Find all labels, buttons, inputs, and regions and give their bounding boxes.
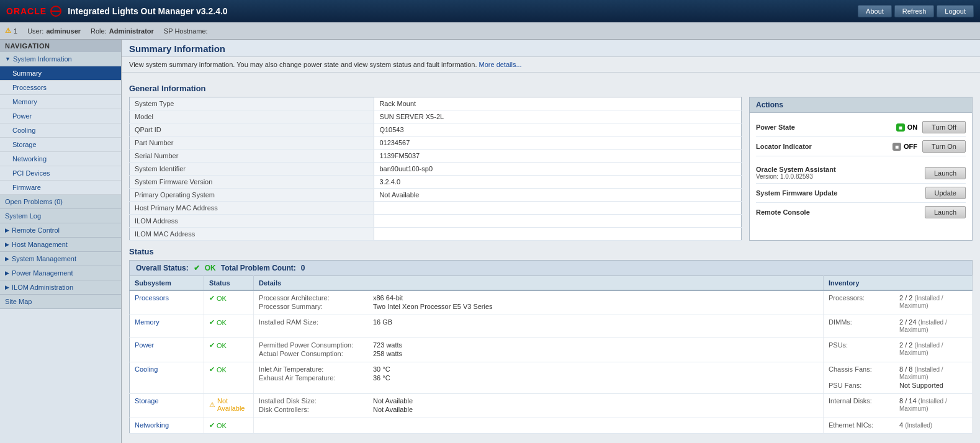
sidebar-item-system-information[interactable]: ▼ System Information	[0, 52, 121, 66]
sidebar-item-open-problems[interactable]: Open Problems (0)	[0, 195, 121, 209]
details-cell: Installed RAM Size:16 GB	[254, 315, 824, 338]
role-info: Role: Administrator	[91, 27, 154, 35]
inventory-secondary: (Installed / Maximum)	[899, 366, 943, 380]
launch-remote-console-button[interactable]: Launch	[925, 206, 966, 218]
subsystem-link[interactable]: Storage	[135, 397, 159, 405]
sidebar-item-system-log[interactable]: System Log	[0, 209, 121, 223]
sidebar-host-management-label: Host Management	[12, 241, 68, 248]
inventory-row: PSUs:2 / 2 (Installed / Maximum)	[829, 341, 967, 356]
sidebar-item-memory[interactable]: Memory	[0, 95, 121, 109]
table-row: Primary Operating SystemNot Available	[130, 189, 742, 202]
subsystem-link[interactable]: Processors	[135, 294, 169, 302]
inventory-value: 4 (Installed)	[899, 421, 932, 429]
sidebar-item-ilom-administration[interactable]: ▶ ILOM Administration	[0, 280, 121, 295]
status-cell: ✔OK	[204, 290, 254, 315]
refresh-button[interactable]: Refresh	[894, 5, 935, 17]
header-buttons: About Refresh Logout	[858, 5, 974, 17]
sidebar-item-storage[interactable]: Storage	[0, 138, 121, 152]
sidebar-item-power[interactable]: Power	[0, 109, 121, 123]
power-state-label: Power State	[756, 123, 891, 131]
firmware-update-label: System Firmware Update	[756, 189, 837, 197]
app-header: ORACLE Integrated Lights Out Manager v3.…	[0, 0, 980, 22]
status-text: OK	[217, 422, 227, 429]
subsystem-link[interactable]: Power	[135, 341, 154, 349]
user-label: User:	[27, 27, 43, 35]
expand-icon: ▼	[5, 56, 11, 62]
detail-value: 723 watts	[373, 341, 402, 349]
detail-label: Processor Architecture:	[259, 294, 371, 302]
oracle-logo: ORACLE	[6, 6, 61, 17]
launch-oracle-assistant-button[interactable]: Launch	[925, 167, 966, 179]
inventory-row: DIMMs:2 / 24 (Installed / Maximum)	[829, 318, 967, 333]
main-layout: NAVIGATION ▼ System Information Summary …	[0, 40, 980, 443]
detail-row: Exhaust Air Temperature:36 °C	[259, 374, 818, 382]
field-value: SUN SERVER X5-2L	[374, 110, 742, 123]
detail-label: Exhaust Air Temperature:	[259, 374, 371, 382]
status-cell: ✔OK	[204, 338, 254, 362]
sidebar-system-log-label: System Log	[5, 212, 41, 220]
detail-value: 258 watts	[373, 350, 402, 357]
subsystem-link[interactable]: Memory	[135, 318, 160, 326]
table-row: System TypeRack Mount	[130, 97, 742, 110]
inventory-row: Ethernet NICs:4 (Installed)	[829, 421, 967, 429]
sidebar-item-power-management[interactable]: ▶ Power Management	[0, 266, 121, 280]
sidebar-item-host-management[interactable]: ▶ Host Management	[0, 238, 121, 252]
firmware-update-row: System Firmware Update Update	[756, 184, 966, 203]
detail-row: Disk Controllers:Not Available	[259, 406, 818, 413]
detail-label: Installed Disk Size:	[259, 397, 371, 405]
inventory-cell: DIMMs:2 / 24 (Installed / Maximum)	[824, 315, 973, 338]
sidebar-item-system-management[interactable]: ▶ System Management	[0, 252, 121, 266]
table-row: QPart IDQ10543	[130, 123, 742, 136]
update-firmware-button[interactable]: Update	[925, 187, 966, 199]
sidebar: NAVIGATION ▼ System Information Summary …	[0, 40, 122, 443]
subsystem-cell: Cooling	[130, 362, 204, 394]
subsystem-cell: Processors	[130, 290, 204, 315]
field-label: System Type	[130, 97, 374, 110]
power-state-value: ON	[907, 123, 918, 131]
general-info-table-wrap: System TypeRack MountModelSUN SERVER X5-…	[129, 97, 742, 241]
turn-on-button[interactable]: Turn On	[922, 140, 966, 153]
inventory-cell: Chassis Fans:8 / 8 (Installed / Maximum)…	[824, 362, 973, 394]
content-inner: General Information System TypeRack Moun…	[122, 73, 980, 439]
subsystem-link[interactable]: Networking	[135, 421, 169, 429]
inventory-value: 2 / 2 (Installed / Maximum)	[899, 294, 967, 309]
inventory-cell: Processors:2 / 2 (Installed / Maximum)	[824, 290, 973, 315]
sidebar-item-remote-control[interactable]: ▶ Remote Control	[0, 223, 121, 238]
status-table-row: Power✔OKPermitted Power Consumption:723 …	[130, 338, 973, 362]
more-details-link[interactable]: More details...	[479, 61, 522, 68]
inventory-label: Ethernet NICs:	[829, 421, 897, 429]
info-layout: System TypeRack MountModelSUN SERVER X5-…	[129, 97, 973, 241]
field-label: Serial Number	[130, 150, 374, 163]
sidebar-item-cooling[interactable]: Cooling	[0, 123, 121, 138]
general-info-title: General Information	[129, 84, 973, 93]
total-problem-value: 0	[301, 264, 305, 272]
app-title: Integrated Lights Out Manager v3.2.4.0	[68, 6, 228, 16]
about-button[interactable]: About	[858, 5, 892, 17]
field-label: System Firmware Version	[130, 176, 374, 189]
detail-value: Two Intel Xeon Processor E5 V3 Series	[373, 303, 493, 310]
subsystem-cell: Memory	[130, 315, 204, 338]
ok-icon: ✔	[209, 341, 215, 349]
logout-button[interactable]: Logout	[937, 5, 974, 17]
sidebar-item-networking[interactable]: Networking	[0, 152, 121, 166]
sidebar-item-summary[interactable]: Summary	[0, 66, 121, 81]
table-row: Serial Number1139FM5037	[130, 150, 742, 163]
role-label: Role:	[91, 27, 107, 35]
inventory-row: Chassis Fans:8 / 8 (Installed / Maximum)	[829, 365, 967, 380]
field-label: QPart ID	[130, 123, 374, 136]
turn-off-button[interactable]: Turn Off	[922, 121, 966, 133]
sidebar-item-site-map[interactable]: Site Map	[0, 295, 121, 309]
field-value: Rack Mount	[374, 97, 742, 110]
sidebar-item-pci-devices[interactable]: PCI Devices	[0, 166, 121, 181]
sidebar-item-firmware[interactable]: Firmware	[0, 181, 121, 195]
subsystem-link[interactable]: Cooling	[135, 365, 158, 373]
sidebar-site-map-label: Site Map	[5, 298, 32, 305]
inventory-label: Chassis Fans:	[829, 365, 897, 380]
field-label: Part Number	[130, 136, 374, 150]
status-text: Not Available	[217, 397, 248, 412]
sidebar-system-information-label: System Information	[13, 55, 72, 63]
sidebar-item-processors[interactable]: Processors	[0, 81, 121, 95]
field-label: ILOM Address	[130, 215, 374, 228]
expand-icon-rc: ▶	[5, 227, 9, 233]
power-state-row: Power State ■ ON Turn Off	[756, 118, 966, 137]
